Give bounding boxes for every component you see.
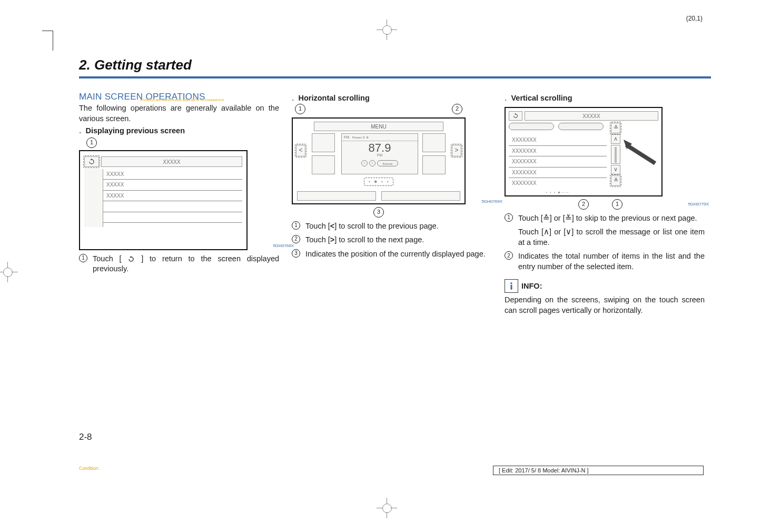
source-button[interactable]: Source — [377, 160, 398, 166]
page-number: 2-8 — [79, 432, 92, 442]
scroll-prev-button[interactable]: < — [296, 145, 305, 156]
bullet-row: . Vertical scrolling — [505, 93, 705, 104]
tile — [422, 155, 446, 174]
svg-rect-1 — [511, 285, 512, 290]
item-row: 1 Touch [<] to scroll to the previous pa… — [292, 221, 492, 232]
item-text: Touch [ ] to return to the screen displa… — [93, 254, 279, 274]
bullet-dot-icon: . — [79, 126, 81, 135]
page-content: 2. Getting started MAIN SCREEN OPERATION… — [79, 57, 711, 316]
circled-1-icon: 1 — [79, 254, 87, 262]
bullet-row: . Displaying previous screen — [79, 126, 279, 136]
circled-3-icon: 3 — [292, 249, 300, 258]
skip-down-button[interactable]: ≚ — [611, 175, 620, 186]
guid-code: AIVINJN1-B2704A91-F2DB-44B4-827A-4CF2E65… — [140, 98, 224, 102]
list-item: XXXXX — [103, 191, 242, 202]
item-text: Touch [>] to scroll to the next page. — [305, 235, 424, 245]
tile — [312, 133, 335, 152]
tile — [312, 155, 335, 174]
radio-freq: 87.9 — [342, 142, 418, 154]
section-intro: The following operations are generally a… — [79, 103, 279, 124]
chapter-title: 2. Getting started — [79, 57, 711, 73]
bullet-label: Horizontal scrolling — [298, 93, 369, 104]
trim-mark-horizontal — [42, 31, 53, 31]
tab-pill — [509, 123, 554, 130]
trim-mark-vertical — [53, 31, 53, 51]
preset-label: Preset — [352, 136, 361, 139]
list-item: XXXXX — [103, 180, 242, 191]
scrollbar-thumb[interactable] — [615, 147, 617, 163]
list-item: XXXXXXX — [509, 168, 607, 179]
scroll-up-button[interactable]: ∧ — [611, 134, 620, 144]
radio-band: FM — [342, 153, 418, 157]
sheet-number: (20,1) — [686, 15, 703, 22]
list-item: XXXXXXX — [509, 135, 607, 146]
item-text: Touch [≙] or [≚] to skip to the previous… — [518, 213, 697, 224]
item-text: Indicates the total number of items in t… — [518, 251, 705, 272]
item-row: 1 Touch [≙] or [≚] to skip to the previo… — [505, 213, 705, 224]
title-underline — [79, 76, 711, 78]
crop-mark-bottom — [379, 500, 395, 516]
column-2: . Horizontal scrolling 1 2 MENU < > — [292, 91, 492, 316]
scroll-right-symbol: > — [330, 235, 334, 244]
back-button[interactable] — [509, 111, 522, 121]
item-row: 2 Indicates the total number of items in… — [505, 251, 705, 272]
double-chevron-up-icon: ≙ — [543, 214, 550, 222]
back-button[interactable] — [84, 156, 99, 167]
item-text: Touch [∧] or [∨] to scroll the message o… — [518, 227, 705, 248]
svg-point-0 — [510, 282, 512, 284]
column-3: . Vertical scrolling XXXXX XXXXXXX XXXXX… — [505, 91, 705, 316]
scrollbar-track — [611, 145, 620, 164]
figure-3: XXXXX XXXXXXX XXXXXXX XXXXXXX XXXXXXX XX… — [505, 107, 663, 196]
crop-mark-top — [379, 22, 395, 38]
chevron-down-icon: ∨ — [566, 228, 571, 236]
circled-2-icon: 2 — [505, 251, 513, 260]
figure-code: 5GH0769X — [481, 199, 502, 205]
scroll-down-button[interactable]: ∨ — [611, 165, 620, 174]
bottom-panel — [297, 191, 376, 201]
circled-2-icon: 2 — [292, 235, 300, 243]
bottom-panel — [381, 191, 460, 201]
info-text: Depending on the screens, swiping on the… — [505, 295, 705, 316]
callout-1: 1 — [612, 199, 622, 210]
circled-1-icon: 1 — [292, 221, 300, 230]
list-item: XXXXX — [103, 169, 242, 180]
item-row: 3 Indicates the position of the currentl… — [292, 249, 492, 260]
item-row: 1 Touch [ ] to return to the screen disp… — [79, 254, 279, 274]
bullet-dot-icon: . — [292, 94, 294, 102]
list-item: XXXXXXX — [509, 178, 607, 189]
list-item — [103, 212, 242, 223]
info-icon — [505, 279, 518, 293]
screen-header: XXXXX — [101, 156, 242, 167]
scroll-next-button[interactable]: > — [452, 145, 461, 156]
bullet-label: Vertical scrolling — [511, 93, 572, 104]
tile — [422, 133, 446, 152]
callout-3: 3 — [373, 207, 384, 218]
radio-tile: FM Preset ① ✲ 87.9 FM ‹ › Source — [341, 133, 418, 174]
edit-info: [ Edit: 2017/ 5/ 8 Model: AIVINJ-N ] — [493, 466, 704, 475]
list-item: XXXXXXX — [509, 156, 607, 168]
column-1: MAIN SCREEN OPERATIONS AIVINJN1-B2704A91… — [79, 91, 279, 316]
back-icon — [512, 113, 519, 119]
tab-pill — [558, 123, 604, 130]
back-icon — [88, 158, 95, 165]
item-row-sub: Touch [∧] or [∨] to scroll the message o… — [518, 227, 705, 248]
page-dots: • • • ■—— — [509, 190, 607, 194]
tune-down-icon[interactable]: ‹ — [361, 160, 368, 166]
callout-1: 1 — [86, 137, 97, 148]
screen-header: XXXXX — [525, 111, 658, 121]
crop-mark-left — [0, 264, 16, 280]
figure-2: MENU < > FM Preset ① ✲ — [292, 117, 466, 204]
swipe-arrow-icon — [624, 140, 660, 171]
list-item: XXXXXXX — [509, 146, 607, 157]
bullet-dot-icon: . — [505, 94, 507, 102]
chevron-up-icon: ∧ — [543, 228, 549, 236]
page-indicator: • ■ • • — [369, 179, 390, 185]
skip-up-button[interactable]: ≙ — [611, 123, 620, 133]
item-text: Touch [<] to scroll to the previous page… — [305, 221, 439, 232]
condition-label: Condition: — [79, 466, 99, 471]
list-item — [103, 201, 242, 212]
back-icon — [127, 255, 135, 263]
scroll-left-symbol: < — [330, 222, 334, 230]
item-row: 2 Touch [>] to scroll to the next page. — [292, 235, 492, 245]
tune-up-icon[interactable]: › — [369, 160, 375, 166]
